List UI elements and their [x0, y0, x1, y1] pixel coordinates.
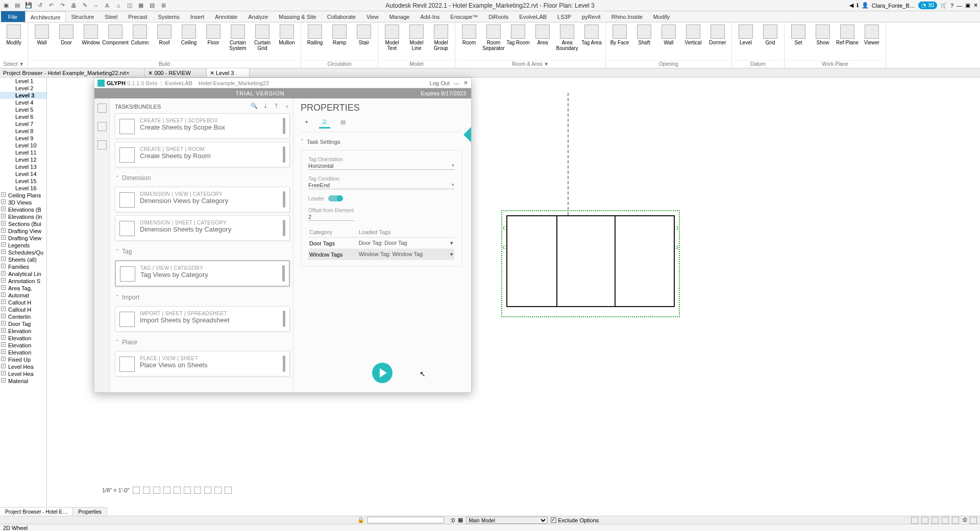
type-selector-input[interactable]	[368, 517, 444, 523]
minimize-icon[interactable]: —	[957, 3, 962, 9]
ribbon-ref-plane[interactable]: Ref Plane	[836, 23, 859, 60]
pb-node[interactable]: +Sections (Bui	[0, 220, 46, 227]
task-card[interactable]: TAG | VIEW | CATEGORYTag Views by Catego…	[115, 260, 290, 287]
ribbon-tag-area[interactable]: Tag Area	[580, 23, 603, 60]
ribbon-tab-pyrevit[interactable]: pyRevit	[577, 11, 606, 22]
ribbon-tab-annotate[interactable]: Annotate	[210, 11, 243, 22]
pb-level[interactable]: Level 11	[0, 149, 46, 156]
worksharing-icon[interactable]: 🔒	[357, 517, 364, 523]
pb-node[interactable]: +Families	[0, 263, 46, 270]
ribbon-level[interactable]: Level	[734, 23, 757, 60]
ribbon-door[interactable]: Door	[55, 23, 78, 60]
chevron-up-icon[interactable]: ˄	[301, 138, 304, 145]
ribbon-room[interactable]: Room	[457, 23, 481, 60]
glyph-close-icon[interactable]: ✕	[463, 80, 468, 86]
ribbon-tab-ls3p[interactable]: LS3P	[552, 11, 577, 22]
pb-node[interactable]: +Elevation	[0, 335, 46, 342]
pb-node[interactable]: +Level Hea	[0, 370, 46, 377]
run-button[interactable]	[372, 363, 393, 383]
ribbon-tab-evolvelab[interactable]: EvolveLAB	[514, 11, 552, 22]
ribbon-model-line[interactable]: Model Line	[405, 23, 428, 60]
pb-node[interactable]: +Ceiling Plans	[0, 192, 46, 199]
drawing-canvas[interactable]: GLYPH 0.1.1.0 Beta | EvolveLAB Hotel Exa…	[47, 78, 972, 516]
ribbon-tab-add-ins[interactable]: Add-Ins	[415, 11, 445, 22]
pb-level[interactable]: Level 1	[0, 78, 46, 85]
glyph-min-icon[interactable]: —	[454, 80, 459, 86]
ribbon-tab-modify[interactable]: Modify	[648, 11, 675, 22]
pb-level[interactable]: Level 10	[0, 142, 46, 149]
table-row[interactable]: Door TagsDoor Tag: Door Tag ▾	[308, 238, 454, 249]
project-browser-header[interactable]: Project Browser - Hotel Example_Marketin…	[0, 68, 145, 77]
ribbon-ramp[interactable]: Ramp	[328, 23, 351, 60]
pb-node[interactable]: +Elevations (B	[0, 206, 46, 213]
pb-level[interactable]: Level 16	[0, 185, 46, 192]
project-browser-panel[interactable]: Level 1Level 2Level 3Level 4Level 5Level…	[0, 78, 47, 516]
tab-properties[interactable]: Properties	[73, 508, 107, 516]
select-face-icon[interactable]	[942, 517, 949, 524]
thin-lines-icon[interactable]: ▦	[137, 2, 145, 10]
pb-node[interactable]: +Fixed Up	[0, 356, 46, 363]
visual-style-icon[interactable]	[143, 487, 150, 494]
close-icon[interactable]: ✕	[973, 2, 978, 9]
ribbon-by-face[interactable]: By Face	[608, 23, 631, 60]
exclude-options-checkbox[interactable]	[551, 517, 556, 523]
ribbon-grid[interactable]: Grid	[758, 23, 782, 60]
task-card[interactable]: DIMENSION | VIEW | CATEGORYDimension Vie…	[115, 187, 290, 212]
ribbon-tab-enscape-[interactable]: Enscape™	[445, 11, 483, 22]
glyph-nav-list-icon[interactable]	[97, 104, 107, 113]
help-icon[interactable]: ?	[950, 3, 953, 9]
ribbon-set[interactable]: Set	[787, 23, 810, 60]
drag-icon[interactable]	[952, 517, 959, 524]
task-card[interactable]: IMPORT | SHEET | SPREADSHEETImport Sheet…	[115, 306, 290, 332]
ribbon-curtain-system[interactable]: Curtain System	[226, 23, 250, 60]
ribbon-tab-collaborate[interactable]: Collaborate	[322, 11, 361, 22]
leader-toggle[interactable]	[328, 195, 342, 201]
pb-level[interactable]: Level 4	[0, 99, 46, 106]
ribbon-dormer[interactable]: Dormer	[706, 23, 729, 60]
ribbon-railing[interactable]: Railing	[303, 23, 327, 60]
pb-node[interactable]: +Automat	[0, 292, 46, 299]
pb-node[interactable]: +Analytical Lin	[0, 270, 46, 277]
ribbon-model-group[interactable]: Model Group	[429, 23, 453, 60]
ribbon-area-boundary[interactable]: Area Boundary	[555, 23, 579, 60]
pb-node[interactable]: +Door Tag	[0, 320, 46, 327]
pb-node[interactable]: +Elevation	[0, 349, 46, 356]
restore-icon[interactable]: ▣	[965, 2, 970, 9]
glyph-nav-info-icon[interactable]	[97, 140, 107, 149]
pb-level[interactable]: Level 7	[0, 120, 46, 128]
pb-level[interactable]: Level 12	[0, 156, 46, 163]
pb-level[interactable]: Level 13	[0, 163, 46, 170]
tab-project-browser[interactable]: Project Browser - Hotel E…	[0, 508, 73, 516]
user-icon[interactable]: 👤	[862, 2, 869, 9]
reveal-icon[interactable]	[214, 487, 222, 494]
user-name[interactable]: Clara_Fonte_B…	[872, 3, 915, 9]
pb-node[interactable]: +Drafting View	[0, 235, 46, 242]
open-icon[interactable]: ▤	[13, 2, 21, 10]
ribbon-floor[interactable]: Floor	[202, 23, 225, 60]
view-tab-review[interactable]: ✕ 000 - REVIEW	[145, 68, 207, 77]
ribbon-tab-systems[interactable]: Systems	[153, 11, 185, 22]
pb-node[interactable]: +Area Tag,	[0, 285, 46, 292]
ribbon-shaft[interactable]: Shaft	[632, 23, 656, 60]
default-3d-icon[interactable]: ⌂	[114, 2, 122, 10]
ribbon-tab-massing-site[interactable]: Massing & Site	[274, 11, 322, 22]
download-icon[interactable]: ⭳	[263, 103, 268, 110]
select-underlay-icon[interactable]	[921, 517, 928, 524]
ribbon-tab-architecture[interactable]: Architecture	[25, 11, 66, 22]
task-card[interactable]: PLACE | VIEW | SHEETPlace Views on Sheet…	[115, 351, 290, 376]
ribbon-column[interactable]: Column	[128, 23, 152, 60]
offset-input[interactable]: 2	[308, 213, 354, 221]
pb-node[interactable]: +Sheets (all)	[0, 256, 46, 263]
tag-orientation-select[interactable]: Horizontal	[308, 162, 454, 170]
glyph-titlebar[interactable]: GLYPH 0.1.1.0 Beta | EvolveLAB Hotel Exa…	[94, 78, 471, 88]
save-icon[interactable]: 💾	[24, 2, 33, 10]
upload-icon[interactable]: ⭱	[274, 103, 279, 110]
ribbon-tab-insert[interactable]: Insert	[185, 11, 210, 22]
close-hidden-icon[interactable]: ▧	[148, 2, 156, 10]
table-row[interactable]: Window TagsWindow Tag: Window Tag ▾	[308, 249, 454, 260]
ribbon-tab-precast[interactable]: Precast	[123, 11, 153, 22]
props-tab-preview-icon[interactable]: ▤	[337, 117, 349, 129]
collapse-handle-icon[interactable]	[463, 127, 471, 143]
dimension-icon[interactable]: ↔	[92, 2, 100, 10]
ribbon-mullion[interactable]: Mullion	[275, 23, 299, 60]
